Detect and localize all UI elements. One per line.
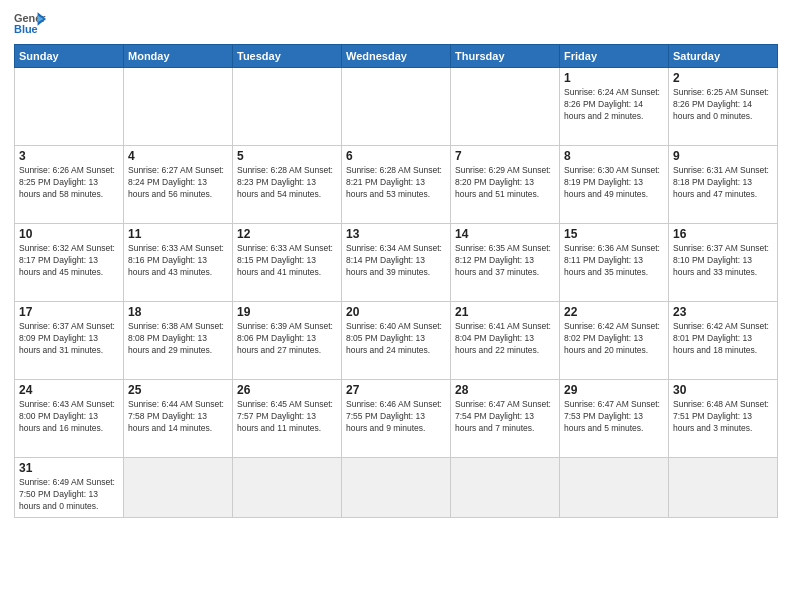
day-info: Sunrise: 6:38 AM Sunset: 8:08 PM Dayligh… [128, 321, 228, 357]
day-info: Sunrise: 6:28 AM Sunset: 8:23 PM Dayligh… [237, 165, 337, 201]
calendar-cell: 15Sunrise: 6:36 AM Sunset: 8:11 PM Dayli… [560, 224, 669, 302]
day-number: 13 [346, 227, 446, 241]
day-info: Sunrise: 6:46 AM Sunset: 7:55 PM Dayligh… [346, 399, 446, 435]
calendar-cell: 17Sunrise: 6:37 AM Sunset: 8:09 PM Dayli… [15, 302, 124, 380]
day-info: Sunrise: 6:37 AM Sunset: 8:10 PM Dayligh… [673, 243, 773, 279]
calendar-cell: 28Sunrise: 6:47 AM Sunset: 7:54 PM Dayli… [451, 380, 560, 458]
day-info: Sunrise: 6:42 AM Sunset: 8:02 PM Dayligh… [564, 321, 664, 357]
calendar-cell [560, 458, 669, 518]
header: General Blue [14, 10, 778, 38]
calendar-cell [124, 458, 233, 518]
day-info: Sunrise: 6:39 AM Sunset: 8:06 PM Dayligh… [237, 321, 337, 357]
day-number: 29 [564, 383, 664, 397]
calendar-cell: 9Sunrise: 6:31 AM Sunset: 8:18 PM Daylig… [669, 146, 778, 224]
day-info: Sunrise: 6:24 AM Sunset: 8:26 PM Dayligh… [564, 87, 664, 123]
calendar-week-3: 10Sunrise: 6:32 AM Sunset: 8:17 PM Dayli… [15, 224, 778, 302]
day-info: Sunrise: 6:26 AM Sunset: 8:25 PM Dayligh… [19, 165, 119, 201]
day-info: Sunrise: 6:25 AM Sunset: 8:26 PM Dayligh… [673, 87, 773, 123]
day-info: Sunrise: 6:44 AM Sunset: 7:58 PM Dayligh… [128, 399, 228, 435]
day-number: 17 [19, 305, 119, 319]
day-info: Sunrise: 6:34 AM Sunset: 8:14 PM Dayligh… [346, 243, 446, 279]
day-info: Sunrise: 6:40 AM Sunset: 8:05 PM Dayligh… [346, 321, 446, 357]
calendar-table: SundayMondayTuesdayWednesdayThursdayFrid… [14, 44, 778, 518]
day-number: 26 [237, 383, 337, 397]
day-number: 21 [455, 305, 555, 319]
day-number: 24 [19, 383, 119, 397]
day-header-wednesday: Wednesday [342, 45, 451, 68]
day-header-sunday: Sunday [15, 45, 124, 68]
calendar-week-1: 1Sunrise: 6:24 AM Sunset: 8:26 PM Daylig… [15, 68, 778, 146]
day-number: 27 [346, 383, 446, 397]
day-number: 10 [19, 227, 119, 241]
calendar-cell [669, 458, 778, 518]
calendar-week-5: 24Sunrise: 6:43 AM Sunset: 8:00 PM Dayli… [15, 380, 778, 458]
day-info: Sunrise: 6:41 AM Sunset: 8:04 PM Dayligh… [455, 321, 555, 357]
calendar-cell [233, 458, 342, 518]
calendar-cell: 19Sunrise: 6:39 AM Sunset: 8:06 PM Dayli… [233, 302, 342, 380]
calendar-cell: 10Sunrise: 6:32 AM Sunset: 8:17 PM Dayli… [15, 224, 124, 302]
day-info: Sunrise: 6:29 AM Sunset: 8:20 PM Dayligh… [455, 165, 555, 201]
day-number: 20 [346, 305, 446, 319]
calendar-cell: 29Sunrise: 6:47 AM Sunset: 7:53 PM Dayli… [560, 380, 669, 458]
day-number: 15 [564, 227, 664, 241]
calendar-cell [451, 68, 560, 146]
calendar-body: 1Sunrise: 6:24 AM Sunset: 8:26 PM Daylig… [15, 68, 778, 518]
day-info: Sunrise: 6:48 AM Sunset: 7:51 PM Dayligh… [673, 399, 773, 435]
day-header-thursday: Thursday [451, 45, 560, 68]
calendar-week-6: 31Sunrise: 6:49 AM Sunset: 7:50 PM Dayli… [15, 458, 778, 518]
calendar-cell: 18Sunrise: 6:38 AM Sunset: 8:08 PM Dayli… [124, 302, 233, 380]
day-number: 28 [455, 383, 555, 397]
day-number: 31 [19, 461, 119, 475]
calendar-cell: 5Sunrise: 6:28 AM Sunset: 8:23 PM Daylig… [233, 146, 342, 224]
calendar-cell: 16Sunrise: 6:37 AM Sunset: 8:10 PM Dayli… [669, 224, 778, 302]
page: General Blue SundayMondayTuesdayWednesda… [0, 0, 792, 612]
day-number: 14 [455, 227, 555, 241]
calendar-week-2: 3Sunrise: 6:26 AM Sunset: 8:25 PM Daylig… [15, 146, 778, 224]
day-info: Sunrise: 6:32 AM Sunset: 8:17 PM Dayligh… [19, 243, 119, 279]
calendar-cell: 31Sunrise: 6:49 AM Sunset: 7:50 PM Dayli… [15, 458, 124, 518]
day-number: 9 [673, 149, 773, 163]
calendar-cell: 2Sunrise: 6:25 AM Sunset: 8:26 PM Daylig… [669, 68, 778, 146]
calendar-cell: 6Sunrise: 6:28 AM Sunset: 8:21 PM Daylig… [342, 146, 451, 224]
calendar-cell: 23Sunrise: 6:42 AM Sunset: 8:01 PM Dayli… [669, 302, 778, 380]
day-info: Sunrise: 6:47 AM Sunset: 7:54 PM Dayligh… [455, 399, 555, 435]
calendar-cell: 21Sunrise: 6:41 AM Sunset: 8:04 PM Dayli… [451, 302, 560, 380]
day-header-friday: Friday [560, 45, 669, 68]
calendar-week-4: 17Sunrise: 6:37 AM Sunset: 8:09 PM Dayli… [15, 302, 778, 380]
calendar-cell [233, 68, 342, 146]
logo: General Blue [14, 10, 46, 38]
day-info: Sunrise: 6:47 AM Sunset: 7:53 PM Dayligh… [564, 399, 664, 435]
day-info: Sunrise: 6:36 AM Sunset: 8:11 PM Dayligh… [564, 243, 664, 279]
svg-text:Blue: Blue [14, 23, 38, 35]
day-header-tuesday: Tuesday [233, 45, 342, 68]
calendar-cell: 14Sunrise: 6:35 AM Sunset: 8:12 PM Dayli… [451, 224, 560, 302]
day-number: 23 [673, 305, 773, 319]
day-number: 30 [673, 383, 773, 397]
day-number: 19 [237, 305, 337, 319]
day-number: 18 [128, 305, 228, 319]
calendar-cell: 26Sunrise: 6:45 AM Sunset: 7:57 PM Dayli… [233, 380, 342, 458]
day-info: Sunrise: 6:37 AM Sunset: 8:09 PM Dayligh… [19, 321, 119, 357]
day-info: Sunrise: 6:43 AM Sunset: 8:00 PM Dayligh… [19, 399, 119, 435]
generalblue-logo-icon: General Blue [14, 10, 46, 38]
day-info: Sunrise: 6:31 AM Sunset: 8:18 PM Dayligh… [673, 165, 773, 201]
calendar-cell: 4Sunrise: 6:27 AM Sunset: 8:24 PM Daylig… [124, 146, 233, 224]
day-number: 6 [346, 149, 446, 163]
day-number: 1 [564, 71, 664, 85]
calendar-cell [124, 68, 233, 146]
calendar-cell: 12Sunrise: 6:33 AM Sunset: 8:15 PM Dayli… [233, 224, 342, 302]
day-info: Sunrise: 6:42 AM Sunset: 8:01 PM Dayligh… [673, 321, 773, 357]
day-info: Sunrise: 6:27 AM Sunset: 8:24 PM Dayligh… [128, 165, 228, 201]
day-info: Sunrise: 6:49 AM Sunset: 7:50 PM Dayligh… [19, 477, 119, 513]
day-header-saturday: Saturday [669, 45, 778, 68]
day-info: Sunrise: 6:45 AM Sunset: 7:57 PM Dayligh… [237, 399, 337, 435]
calendar-cell: 22Sunrise: 6:42 AM Sunset: 8:02 PM Dayli… [560, 302, 669, 380]
day-info: Sunrise: 6:33 AM Sunset: 8:16 PM Dayligh… [128, 243, 228, 279]
day-info: Sunrise: 6:33 AM Sunset: 8:15 PM Dayligh… [237, 243, 337, 279]
calendar-cell: 20Sunrise: 6:40 AM Sunset: 8:05 PM Dayli… [342, 302, 451, 380]
calendar-cell: 8Sunrise: 6:30 AM Sunset: 8:19 PM Daylig… [560, 146, 669, 224]
day-info: Sunrise: 6:28 AM Sunset: 8:21 PM Dayligh… [346, 165, 446, 201]
calendar-cell: 24Sunrise: 6:43 AM Sunset: 8:00 PM Dayli… [15, 380, 124, 458]
day-header-monday: Monday [124, 45, 233, 68]
day-number: 5 [237, 149, 337, 163]
